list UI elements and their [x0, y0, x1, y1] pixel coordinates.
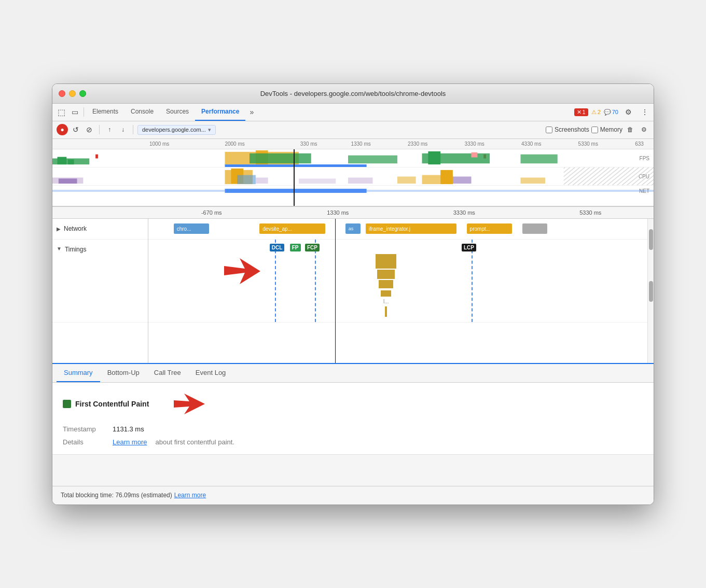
details-row: Details Learn more about first contentfu… [63, 438, 643, 446]
record-button[interactable]: ● [57, 124, 68, 135]
rows-area: ▶ Network ▼ Timings chro... devsite_ap..… [52, 219, 654, 364]
more-menu-button[interactable]: ⋮ [638, 105, 652, 119]
devtools-window: DevTools - developers.google.com/web/too… [52, 83, 654, 505]
close-button[interactable] [59, 90, 65, 97]
timings-row: DCL FP FCP LCP [148, 240, 654, 323]
error-badge[interactable]: ✕ 1 [574, 108, 588, 116]
inspect-icon[interactable]: ⬚ [54, 105, 68, 119]
network-label: Network [64, 225, 87, 232]
svg-rect-11 [428, 151, 440, 164]
lower-mark-1: 1330 ms [275, 209, 402, 216]
warn-badge[interactable]: ⚠ 2 [591, 109, 601, 116]
dashed-line-lcp [472, 240, 473, 322]
net-chip-as[interactable]: as [345, 223, 361, 234]
svg-rect-21 [299, 178, 336, 184]
timeline-tracks: FPS [52, 149, 654, 206]
network-row-label[interactable]: ▶ Network [52, 219, 148, 240]
lcp-block-5 [385, 306, 387, 317]
memory-checkbox[interactable] [591, 127, 598, 133]
details-key: Details [63, 438, 104, 446]
svg-rect-2 [68, 159, 74, 164]
net-chip-chro[interactable]: chro... [174, 223, 209, 234]
tab-summary[interactable]: Summary [57, 363, 100, 382]
svg-rect-14 [225, 164, 367, 167]
svg-rect-30 [225, 189, 367, 193]
title-bar: DevTools - developers.google.com/web/too… [52, 84, 654, 104]
more-tabs-button[interactable]: » [245, 106, 258, 118]
timestamp-key: Timestamp [63, 425, 104, 433]
timings-label: Timings [65, 246, 87, 253]
ruler-mark-4: 2330 ms [407, 141, 464, 147]
scrollbar-thumb-2[interactable] [649, 281, 653, 302]
fps-track: FPS [52, 149, 654, 167]
delete-button[interactable]: 🗑 [625, 124, 636, 135]
clear-button[interactable]: ⊘ [84, 124, 95, 135]
ruler-mark-2: 330 ms [299, 141, 350, 147]
fp-label: FP [290, 244, 301, 251]
memory-label: Memory [600, 126, 622, 133]
cpu-track: CPU [52, 167, 654, 186]
svg-rect-22 [348, 177, 373, 184]
reload-record-button[interactable]: ↺ [70, 124, 81, 135]
timings-expand-icon: ▼ [57, 246, 62, 251]
screenshots-checkbox[interactable] [546, 127, 552, 133]
svg-rect-27 [521, 177, 546, 184]
summary-title-text: First Contentful Paint [75, 400, 149, 408]
ruler-mark-5: 3330 ms [464, 141, 521, 147]
ruler-mark-0: 1000 ms [148, 141, 224, 147]
net-chip-devsite[interactable]: devsite_ap... [259, 223, 325, 234]
device-icon[interactable]: ▭ [68, 105, 81, 119]
screenshots-label: Screenshots [555, 126, 589, 133]
tab-sources[interactable]: Sources [160, 103, 195, 121]
tab-console[interactable]: Console [124, 103, 160, 121]
net-chip-prompt[interactable]: prompt... [467, 223, 513, 234]
maximize-button[interactable] [79, 90, 86, 97]
sep3 [133, 125, 133, 134]
memory-checkbox-label[interactable]: Memory [591, 126, 622, 133]
perf-toolbar: ● ↺ ⊘ ↑ ↓ developers.google.com... ▾ Scr… [52, 121, 654, 139]
lower-mark-0: -670 ms [148, 209, 275, 216]
sep2 [99, 125, 100, 134]
timeline-ruler: 1000 ms 2000 ms 330 ms 1330 ms 2330 ms 3… [52, 139, 654, 149]
timeline-area: 1000 ms 2000 ms 330 ms 1330 ms 2330 ms 3… [52, 139, 654, 206]
window-title: DevTools - developers.google.com/web/too… [260, 90, 446, 97]
svg-rect-3 [95, 154, 98, 158]
ruler-mark-1: 2000 ms [224, 141, 299, 147]
details-text: about first contentful paint. [155, 438, 234, 446]
timings-row-label[interactable]: ▼ Timings [52, 240, 148, 323]
scrollbar-thumb[interactable] [649, 229, 653, 250]
upload-button[interactable]: ↑ [104, 124, 115, 135]
svg-rect-13 [521, 154, 558, 163]
tab-performance[interactable]: Performance [195, 103, 245, 121]
lcp-label: LCP [462, 244, 476, 251]
arrow-indicator [224, 256, 266, 288]
lcp-blocks: l... [376, 254, 396, 317]
screenshots-checkbox-label[interactable]: Screenshots [546, 126, 589, 133]
url-dropdown-icon[interactable]: ▾ [208, 127, 211, 133]
download-button[interactable]: ↓ [117, 124, 129, 135]
error-x-icon: ✕ [577, 109, 582, 116]
lcp-block-1 [376, 254, 396, 269]
info-badge[interactable]: 💬 70 [604, 109, 618, 116]
perf-settings-button[interactable]: ⚙ [638, 124, 649, 135]
learn-more-link[interactable]: Learn more [113, 438, 147, 446]
lcp-text: l... [383, 299, 389, 304]
scrollbar-track[interactable] [647, 219, 654, 363]
nav-tabs: ⬚ ▭ Elements Console Sources Performance… [52, 104, 654, 121]
summary-content: First Contentful Paint Timestamp 1131.3 … [52, 383, 654, 455]
net-chip-iframe[interactable]: iframe_integrator.j [366, 223, 456, 234]
footer-learn-more[interactable]: Learn more [174, 492, 206, 499]
minimize-button[interactable] [69, 90, 76, 97]
svg-marker-31 [224, 258, 260, 284]
bottom-tabs: Summary Bottom-Up Call Tree Event Log [52, 364, 654, 383]
svg-rect-12 [472, 152, 478, 157]
settings-button[interactable]: ⚙ [621, 105, 635, 119]
svg-rect-1 [58, 157, 67, 164]
tab-event-log[interactable]: Event Log [188, 363, 233, 382]
network-expand-icon: ▶ [57, 226, 61, 232]
tab-call-tree[interactable]: Call Tree [147, 363, 188, 382]
net-chip-gray[interactable] [522, 223, 548, 234]
svg-rect-26 [453, 176, 472, 184]
tab-elements[interactable]: Elements [86, 103, 124, 121]
tab-bottom-up[interactable]: Bottom-Up [100, 363, 147, 382]
